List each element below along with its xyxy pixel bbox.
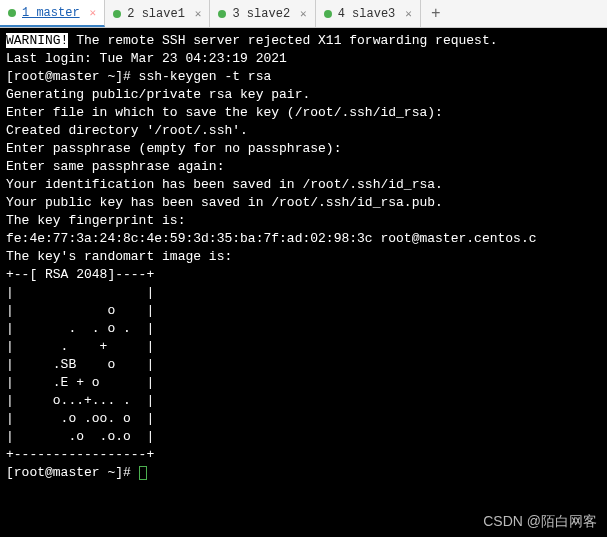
terminal-output[interactable]: WARNING! The remote SSH server rejected … — [0, 28, 607, 537]
terminal-line: fe:4e:77:3a:24:8c:4e:59:3d:35:ba:7f:ad:0… — [6, 231, 537, 246]
warning-text: The remote SSH server rejected X11 forwa… — [68, 33, 497, 48]
tab-slave2[interactable]: 3 slave2 ✕ — [210, 0, 315, 27]
close-icon[interactable]: ✕ — [195, 7, 202, 20]
terminal-line: | .o .o.o | — [6, 429, 154, 444]
terminal-line: Generating public/private rsa key pair. — [6, 87, 310, 102]
terminal-line: | .o .oo. o | — [6, 411, 154, 426]
terminal-line: Enter same passphrase again: — [6, 159, 224, 174]
terminal-line: | o...+... . | — [6, 393, 154, 408]
tab-slave1[interactable]: 2 slave1 ✕ — [105, 0, 210, 27]
tab-master[interactable]: 1 master ✕ — [0, 0, 105, 27]
tab-label: 4 slave3 — [338, 7, 396, 21]
terminal-line: The key fingerprint is: — [6, 213, 185, 228]
status-dot-icon — [218, 10, 226, 18]
terminal-line: Enter passphrase (empty for no passphras… — [6, 141, 341, 156]
terminal-line: The key's randomart image is: — [6, 249, 232, 264]
add-tab-button[interactable]: + — [421, 3, 451, 25]
tab-label: 3 slave2 — [232, 7, 290, 21]
terminal-line: Your identification has been saved in /r… — [6, 177, 443, 192]
terminal-line: | . . o . | — [6, 321, 154, 336]
terminal-prompt: [root@master ~]# — [6, 465, 139, 480]
terminal-line: | | — [6, 285, 154, 300]
terminal-line: Created directory '/root/.ssh'. — [6, 123, 248, 138]
close-icon[interactable]: ✕ — [300, 7, 307, 20]
terminal-line: Enter file in which to save the key (/ro… — [6, 105, 443, 120]
tab-label: 1 master — [22, 6, 80, 20]
status-dot-icon — [113, 10, 121, 18]
close-icon[interactable]: ✕ — [90, 6, 97, 19]
status-dot-icon — [324, 10, 332, 18]
terminal-line: | . + | — [6, 339, 154, 354]
cursor-icon — [139, 466, 147, 480]
tab-slave3[interactable]: 4 slave3 ✕ — [316, 0, 421, 27]
terminal-line: [root@master ~]# ssh-keygen -t rsa — [6, 69, 271, 84]
terminal-line: Your public key has been saved in /root/… — [6, 195, 443, 210]
terminal-line: +--[ RSA 2048]----+ — [6, 267, 154, 282]
status-dot-icon — [8, 9, 16, 17]
terminal-line: | .SB o | — [6, 357, 154, 372]
terminal-line: +-----------------+ — [6, 447, 154, 462]
close-icon[interactable]: ✕ — [405, 7, 412, 20]
tab-label: 2 slave1 — [127, 7, 185, 21]
tab-bar: 1 master ✕ 2 slave1 ✕ 3 slave2 ✕ 4 slave… — [0, 0, 607, 28]
terminal-line: Last login: Tue Mar 23 04:23:19 2021 — [6, 51, 287, 66]
terminal-line: | .E + o | — [6, 375, 154, 390]
terminal-line: | o | — [6, 303, 154, 318]
warning-label: WARNING! — [6, 33, 68, 48]
